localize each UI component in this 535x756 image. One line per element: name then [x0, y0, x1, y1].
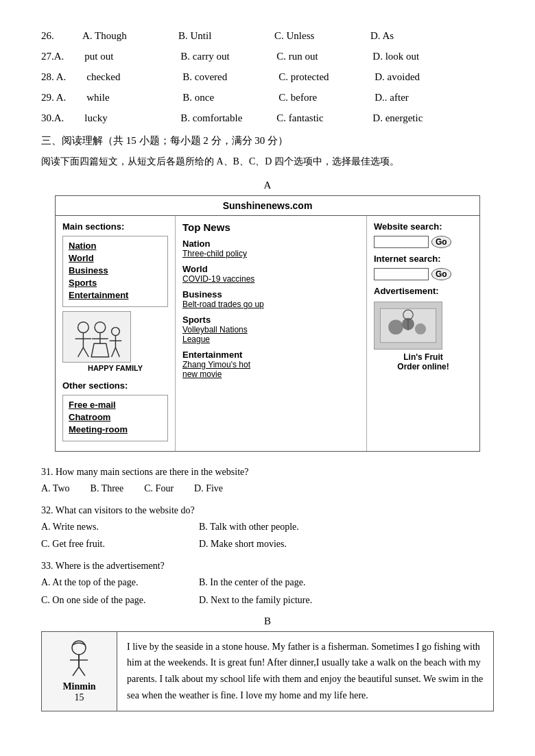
svg-line-23 — [73, 667, 79, 676]
q32-c: C. Get free fruit. — [41, 536, 178, 552]
q31-options: A. Two B. Three C. Four D. Five — [41, 480, 494, 497]
q32-a: A. Write news. — [41, 519, 178, 535]
section3-title: 三、阅读理解（共 15 小题；每小题 2 分，满分 30 分） — [41, 132, 494, 150]
q33-options: A. At the top of the page. B. In the cen… — [41, 574, 494, 609]
svg-line-24 — [79, 667, 85, 676]
svg-marker-7 — [91, 343, 108, 357]
internet-search-input[interactable] — [374, 268, 429, 280]
family-label: HAPPY FAMILY — [62, 363, 168, 374]
website-search-box: Go — [374, 236, 473, 248]
q31-a: A. Two — [41, 480, 70, 497]
website-search-input[interactable] — [374, 236, 429, 248]
question-27: 27.A. put out B. carry out C. run out D.… — [41, 48, 494, 64]
question-30: 30.A. lucky B. comfortable C. fantastic … — [41, 110, 494, 126]
nav-entertainment: Entertainment — [69, 290, 162, 300]
news-entertainment: Entertainment Zhang Yimou's hot new movi… — [182, 350, 359, 379]
q31-d: D. Five — [194, 480, 223, 497]
website-right-col: Website search: Go Internet search: Go A… — [366, 216, 479, 451]
nav-business: Business — [69, 265, 162, 276]
question-29: 29. A. while B. once C. before D.. after — [41, 89, 494, 106]
internet-search-box: Go — [374, 268, 473, 280]
svg-point-0 — [78, 321, 89, 332]
other-sections: Other sections: Free e-mail Chatroom Mee… — [62, 380, 168, 441]
q32-options: A. Write news. B. Talk with other people… — [41, 519, 494, 553]
top-news-label: Top News — [182, 221, 359, 233]
internet-search-label: Internet search: — [374, 254, 473, 264]
section3-instruction: 阅读下面四篇短文，从短文后各题所给的 A、B、C、D 四个选项中，选择最佳选项。 — [41, 153, 494, 170]
svg-point-17 — [415, 324, 426, 334]
website-title: Sunshinenews.com — [56, 196, 479, 216]
q32-b: B. Talk with other people. — [199, 519, 336, 535]
nav-world: World — [69, 253, 162, 263]
advertisement-label: Advertisement: — [374, 286, 473, 296]
other-links-box: Free e-mail Chatroom Meeting-room — [62, 395, 168, 441]
q32-block: 32. What can visitors to the website do?… — [41, 502, 494, 552]
ad-text2: Order online! — [374, 362, 473, 371]
website-left-col: Main sections: Nation World Business Spo… — [56, 216, 176, 451]
q33-d: D. Next to the family picture. — [199, 592, 336, 609]
q33-b: B. In the center of the page. — [199, 574, 336, 591]
other-sections-label: Other sections: — [62, 380, 168, 391]
q33-block: 33. Where is the advertisement? A. At th… — [41, 558, 494, 608]
nav-links-box: Nation World Business Sports Entertainme… — [62, 236, 168, 307]
svg-line-13 — [115, 347, 119, 357]
main-sections-label: Main sections: — [62, 221, 168, 232]
link-chatroom: Chatroom — [69, 412, 162, 422]
ad-text1: Lin's Fruit — [374, 352, 473, 362]
svg-line-4 — [83, 347, 88, 357]
internet-go-button[interactable]: Go — [431, 268, 451, 280]
svg-line-12 — [112, 347, 116, 357]
website-go-button[interactable]: Go — [431, 236, 451, 248]
q31-text: 31. How many main sections are there in … — [41, 464, 494, 480]
svg-point-9 — [112, 327, 120, 335]
q33-c: C. On one side of the page. — [41, 592, 178, 609]
minmin-age: 15 — [75, 692, 84, 703]
link-meeting: Meeting-room — [69, 424, 162, 435]
question-28: 28. A. checked B. covered C. protected D… — [41, 69, 494, 85]
advertisement-box: Lin's Fruit Order online! — [374, 302, 473, 371]
news-nation: Nation Three-child policy — [182, 239, 359, 258]
svg-point-15 — [388, 320, 403, 335]
avatar-icon — [60, 639, 98, 677]
svg-point-5 — [95, 321, 106, 332]
ad-image — [374, 302, 442, 350]
website-center-col: Top News Nation Three-child policy World… — [176, 216, 366, 451]
q33-text: 33. Where is the advertisement? — [41, 558, 494, 574]
q32-d: D. Make short movies. — [199, 536, 336, 552]
q32-text: 32. What can visitors to the website do? — [41, 502, 494, 519]
reading-questions: 31. How many main sections are there in … — [41, 464, 494, 608]
news-sports: Sports Volleyball Nations League — [182, 315, 359, 344]
news-business: Business Belt-road trades go up — [182, 289, 359, 309]
website-search-label: Website search: — [374, 221, 473, 232]
question-26: 26. A. Though B. Until C. Unless D. As — [41, 27, 494, 44]
nav-sports: Sports — [69, 278, 162, 288]
nav-nation: Nation — [69, 241, 162, 251]
minmin-name: Minmin — [62, 681, 95, 692]
passage-label-b: B — [41, 615, 494, 627]
minmin-passage: I live by the seaside in a stone house. … — [117, 632, 493, 711]
website-screenshot: Sunshinenews.com Main sections: Nation W… — [55, 195, 480, 452]
q31-c: C. Four — [144, 480, 174, 497]
q31-block: 31. How many main sections are there in … — [41, 464, 494, 497]
q31-b: B. Three — [91, 480, 124, 497]
family-image — [62, 311, 131, 363]
minmin-box: Minmin 15 I live by the seaside in a sto… — [41, 631, 494, 711]
q33-a: A. At the top of the page. — [41, 574, 178, 591]
minmin-avatar: Minmin 15 — [42, 632, 117, 711]
link-email: Free e-mail — [69, 400, 162, 410]
svg-line-3 — [78, 347, 84, 357]
news-world: World COVID-19 vaccines — [182, 264, 359, 284]
passage-label-a: A — [41, 180, 494, 191]
